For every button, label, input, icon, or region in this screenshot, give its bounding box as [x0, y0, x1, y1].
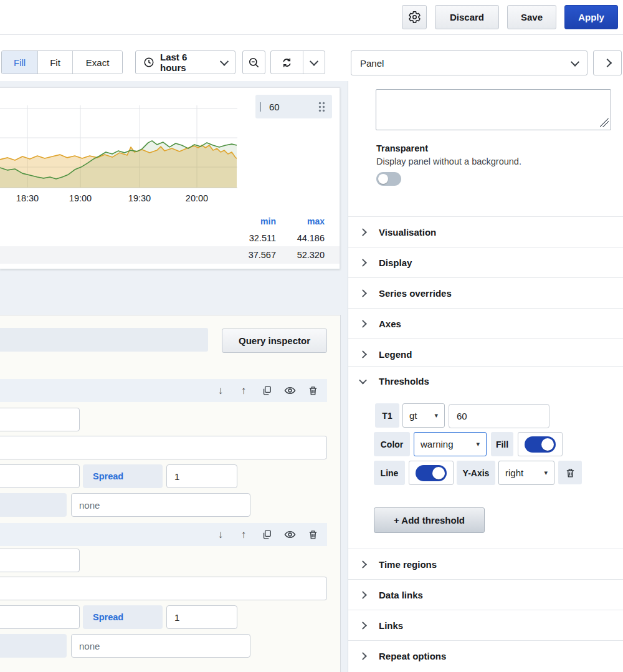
chevron-down-icon — [220, 57, 229, 66]
view-mode-fit[interactable]: Fit — [38, 51, 73, 74]
refresh-icon — [281, 57, 293, 69]
duplicate-query-icon[interactable] — [260, 529, 273, 541]
query-expression-input[interactable] — [0, 436, 327, 459]
toggle-knob — [378, 174, 388, 184]
save-button[interactable]: Save — [507, 5, 556, 29]
move-query-down-icon[interactable]: ↓ — [214, 529, 227, 541]
query-inspector-button[interactable]: Query inspector — [222, 329, 327, 353]
zoom-out-button[interactable] — [242, 50, 265, 74]
threshold-operator-select[interactable]: gt▾ — [402, 403, 445, 428]
drag-grip-icon — [318, 101, 326, 113]
threshold-value-input[interactable] — [449, 404, 549, 428]
threshold-yaxis-select[interactable]: right▾ — [498, 461, 554, 485]
top-toolbar: Discard Save Apply — [0, 0, 623, 35]
time-series-chart[interactable] — [0, 88, 237, 189]
spread-value-input[interactable] — [166, 464, 237, 488]
move-query-down-icon[interactable]: ↓ — [214, 385, 227, 397]
spread-label[interactable]: Spread — [83, 464, 163, 488]
x-axis-tick: 18:30 — [16, 193, 39, 203]
legend-header-row: min max — [0, 213, 340, 229]
next-pane-button[interactable] — [593, 50, 622, 75]
chevron-right-icon — [359, 289, 367, 297]
caret-down-icon: ▾ — [544, 469, 548, 477]
section-time-regions[interactable]: Time regions — [348, 549, 623, 579]
chevron-down-icon — [571, 58, 579, 67]
toggle-query-visibility-icon[interactable] — [283, 385, 296, 397]
chevron-down-icon — [359, 376, 367, 384]
option-sections: Visualisation Display Series overrides A… — [348, 216, 623, 369]
x-axis-tick: 20:00 — [186, 193, 208, 203]
query-expression-input[interactable] — [0, 577, 327, 600]
move-query-up-icon[interactable]: ↑ — [237, 385, 250, 397]
section-series-overrides[interactable]: Series overrides — [348, 277, 623, 308]
delete-query-icon[interactable] — [307, 529, 319, 541]
settings-button[interactable] — [402, 5, 427, 29]
discard-button[interactable]: Discard — [435, 5, 499, 29]
threshold-handle[interactable]: 60 — [255, 95, 332, 118]
option-sections: Time regions Data links Links Repeat opt… — [348, 549, 623, 671]
metric-segment-input[interactable] — [0, 408, 80, 431]
query-tabs-strip[interactable] — [0, 328, 208, 352]
legend-max-value: 52.320 — [276, 250, 325, 260]
toggle-knob — [541, 438, 554, 451]
chevron-right-icon — [359, 622, 367, 630]
chevron-right-icon — [359, 560, 367, 569]
legend-min-value: 32.511 — [227, 233, 276, 243]
section-legend[interactable]: Legend — [348, 338, 623, 369]
threshold-line-toggle[interactable] — [416, 465, 447, 481]
panel-options-pane: Transparent Display panel without a back… — [348, 81, 623, 672]
delete-query-icon[interactable] — [307, 385, 319, 397]
query-editor: Query inspector ↓ ↑ — [0, 315, 341, 672]
toggle-query-visibility-icon[interactable] — [283, 529, 296, 541]
section-repeat-options[interactable]: Repeat options — [348, 640, 623, 671]
duplicate-query-icon[interactable] — [260, 385, 273, 397]
legend-max-header[interactable]: max — [276, 216, 325, 226]
transparent-toggle[interactable] — [376, 172, 401, 186]
query-row-header: ↓ ↑ — [0, 523, 327, 546]
view-mode-exact[interactable]: Exact — [73, 51, 123, 74]
section-display[interactable]: Display — [348, 247, 623, 277]
threshold-fill-toggle[interactable] — [525, 436, 556, 453]
section-data-links[interactable]: Data links — [348, 579, 623, 610]
view-mode-switcher: Fill Fit Exact — [1, 50, 123, 74]
section-visualisation[interactable]: Visualisation — [348, 216, 623, 247]
refresh-button[interactable] — [271, 51, 303, 74]
chevron-right-icon — [359, 350, 367, 358]
fill-policy-label[interactable] — [0, 634, 67, 658]
x-axis-tick: 19:00 — [69, 193, 92, 203]
refresh-interval-dropdown[interactable] — [303, 51, 325, 74]
spread-label[interactable]: Spread — [83, 605, 163, 629]
alias-input[interactable] — [0, 464, 80, 488]
add-threshold-button[interactable]: + Add threshold — [374, 507, 485, 533]
clock-icon — [143, 57, 155, 68]
threshold-line-toggle-box — [409, 461, 454, 485]
fill-policy-input[interactable] — [71, 493, 250, 517]
legend-min-value: 37.567 — [227, 250, 276, 260]
section-thresholds[interactable]: Thresholds — [348, 366, 623, 395]
options-pane-select[interactable]: Panel — [351, 50, 587, 75]
spread-value-input[interactable] — [166, 605, 237, 629]
move-query-up-icon[interactable]: ↑ — [237, 529, 250, 541]
fill-policy-label[interactable] — [0, 493, 67, 517]
time-range-picker[interactable]: Last 6 hours — [135, 50, 235, 74]
view-mode-fill[interactable]: Fill — [2, 51, 38, 74]
delete-threshold-button[interactable] — [558, 461, 582, 484]
query-row-header: ↓ ↑ — [0, 379, 327, 402]
fill-policy-input[interactable] — [71, 634, 250, 658]
alias-input[interactable] — [0, 605, 80, 629]
panel-description-textarea[interactable] — [376, 89, 611, 130]
zoom-out-icon — [248, 57, 260, 69]
section-axes[interactable]: Axes — [348, 308, 623, 338]
threshold-color-select[interactable]: warning▾ — [414, 432, 487, 456]
legend-min-header[interactable]: min — [227, 216, 276, 226]
legend-series-row: 37.567 52.320 — [0, 246, 340, 264]
caret-down-icon: ▾ — [476, 440, 480, 448]
section-links[interactable]: Links — [348, 610, 623, 640]
toggle-knob — [432, 467, 445, 479]
time-range-label: Last 6 hours — [160, 52, 216, 73]
metric-segment-input[interactable] — [0, 549, 80, 572]
refresh-control — [270, 50, 325, 74]
chevron-right-icon — [603, 59, 612, 67]
left-column: 60 18:30 19:00 19:30 20:00 min max 32.51… — [0, 81, 348, 672]
apply-button[interactable]: Apply — [564, 5, 618, 29]
